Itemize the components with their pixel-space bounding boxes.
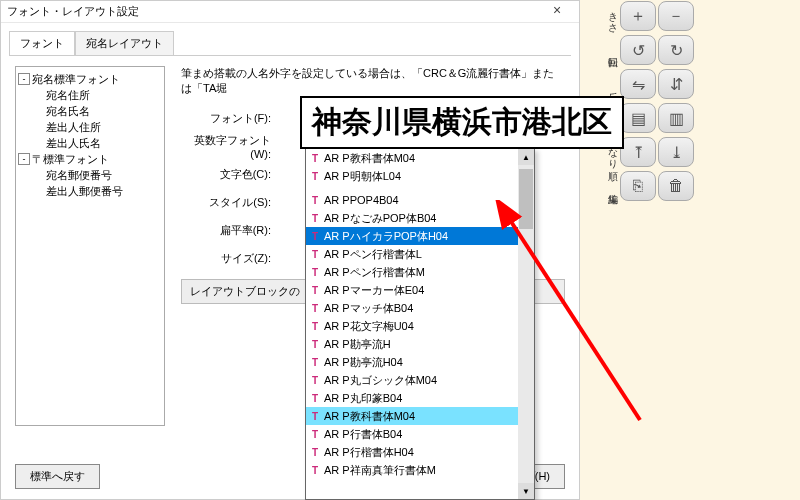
font-dropdown-list[interactable]: TAR P教科書体M04TAR P明朝体L04TAR PPOP4B04TAR P… <box>305 148 535 500</box>
tree-item[interactable]: 差出人郵便番号 <box>18 183 162 199</box>
font-name: AR P行書体B04 <box>324 427 402 442</box>
font-name: AR PPOP4B04 <box>324 194 399 206</box>
tree-item[interactable]: -宛名標準フォント <box>18 71 162 87</box>
font-name: AR Pペン行楷書体L <box>324 247 422 262</box>
truetype-icon: T <box>308 373 322 387</box>
flatness-label: 扁平率(R): <box>181 223 271 238</box>
minus-icon[interactable]: － <box>658 1 694 31</box>
font-name: AR P勘亭流H <box>324 337 391 352</box>
truetype-icon: T <box>308 283 322 297</box>
tool-group-label: きさ <box>605 5 619 27</box>
restore-default-button[interactable]: 標準へ戻す <box>15 464 100 489</box>
tool-group: なり順⤒⤓ <box>605 136 735 168</box>
font-name: AR Pマッチ体B04 <box>324 301 413 316</box>
truetype-icon: T <box>308 169 322 183</box>
font-name: AR P明朝体L04 <box>324 169 401 184</box>
tree-label: 宛名氏名 <box>46 104 90 119</box>
tree-item[interactable]: 差出人氏名 <box>18 135 162 151</box>
font-item[interactable]: TAR P花文字梅U04 <box>306 317 518 335</box>
font-item[interactable]: TAR P丸ゴシック体M04 <box>306 371 518 389</box>
font-name: AR P教科書体M04 <box>324 409 415 424</box>
font-item[interactable]: TAR PPOP4B04 <box>306 191 518 209</box>
font-name: AR PなごみPOP体B04 <box>324 211 436 226</box>
truetype-icon: T <box>308 391 322 405</box>
plus-icon[interactable]: ＋ <box>620 1 656 31</box>
tool-group: 編集⎘🗑 <box>605 170 735 202</box>
hint-text: 筆まめ搭載の人名外字を設定している場合は、「CRC＆G流麗行書体」または「TA堀 <box>181 66 565 97</box>
close-button[interactable]: × <box>541 2 573 22</box>
scroll-down-button[interactable]: ▼ <box>518 483 534 499</box>
truetype-icon: T <box>308 445 322 459</box>
layer-back-icon[interactable]: ▥ <box>658 103 694 133</box>
flip-h-icon[interactable]: ⇋ <box>620 69 656 99</box>
font-item[interactable]: TAR P丸印篆B04 <box>306 389 518 407</box>
font-name: AR P勘亭流H04 <box>324 355 403 370</box>
scrollbar[interactable]: ▲ ▼ <box>518 149 534 499</box>
send-back-icon[interactable]: ⤓ <box>658 137 694 167</box>
truetype-icon: T <box>308 247 322 261</box>
truetype-icon: T <box>308 151 322 165</box>
tree-item[interactable]: 差出人住所 <box>18 119 162 135</box>
tree-item[interactable]: 宛名氏名 <box>18 103 162 119</box>
font-name: AR Pマーカー体E04 <box>324 283 424 298</box>
tree-item[interactable]: -〒標準フォント <box>18 151 162 167</box>
truetype-icon: T <box>308 319 322 333</box>
tree-toggle[interactable]: - <box>18 73 30 85</box>
truetype-icon: T <box>308 427 322 441</box>
font-item[interactable]: TAR P教科書体M04 <box>306 149 518 167</box>
bring-front-icon[interactable]: ⤒ <box>620 137 656 167</box>
tree-label: 〒標準フォント <box>32 152 109 167</box>
font-item[interactable]: TAR P祥南真筆行書体M <box>306 461 518 479</box>
font-name: AR P教科書体M04 <box>324 151 415 166</box>
tree-toggle[interactable]: - <box>18 153 30 165</box>
font-name: AR P丸印篆B04 <box>324 391 402 406</box>
trash-icon[interactable]: 🗑 <box>658 171 694 201</box>
alnum-font-label: 英数字フォント(W): <box>181 133 271 160</box>
font-item[interactable]: TAR Pペン行楷書体L <box>306 245 518 263</box>
tab-font[interactable]: フォント <box>9 31 75 55</box>
dialog-titlebar: フォント・レイアウト設定 × <box>1 1 579 23</box>
tool-group: 反⇋⇵ <box>605 68 735 100</box>
font-item[interactable]: TAR Pペン行楷書体M <box>306 263 518 281</box>
tree-label: 宛名標準フォント <box>32 72 120 87</box>
font-item[interactable]: TAR P勘亭流H04 <box>306 353 518 371</box>
font-item[interactable]: TAR P明朝体L04 <box>306 167 518 185</box>
tree-label: 差出人住所 <box>46 120 101 135</box>
tab-addressee-layout[interactable]: 宛名レイアウト <box>75 31 174 55</box>
font-item[interactable]: TAR Pマッチ体B04 <box>306 299 518 317</box>
font-name: AR P花文字梅U04 <box>324 319 414 334</box>
address-preview: 神奈川県横浜市港北区 <box>300 96 624 149</box>
font-label: フォント(F): <box>181 111 271 126</box>
tree-label: 差出人郵便番号 <box>46 184 123 199</box>
truetype-icon: T <box>308 301 322 315</box>
font-item[interactable]: TAR Pマーカー体E04 <box>306 281 518 299</box>
copy-icon[interactable]: ⎘ <box>620 171 656 201</box>
style-label: スタイル(S): <box>181 195 271 210</box>
font-name: AR P行楷書体H04 <box>324 445 414 460</box>
layer-front-icon[interactable]: ▤ <box>620 103 656 133</box>
font-item[interactable]: TAR P勘亭流H <box>306 335 518 353</box>
font-item[interactable]: TAR P行書体B04 <box>306 425 518 443</box>
size-label: サイズ(Z): <box>181 251 271 266</box>
tabs: フォント 宛名レイアウト <box>1 23 579 55</box>
font-item[interactable]: TAR P教科書体M04 <box>306 407 518 425</box>
truetype-icon: T <box>308 463 322 477</box>
truetype-icon: T <box>308 265 322 279</box>
scroll-thumb[interactable] <box>519 169 533 229</box>
rotate-cw-icon[interactable]: ↻ <box>658 35 694 65</box>
font-name: AR PハイカラPOP体H04 <box>324 229 448 244</box>
tree-label: 宛名郵便番号 <box>46 168 112 183</box>
truetype-icon: T <box>308 355 322 369</box>
truetype-icon: T <box>308 409 322 423</box>
dialog-title: フォント・レイアウト設定 <box>7 4 541 19</box>
font-tree[interactable]: -宛名標準フォント宛名住所宛名氏名差出人住所差出人氏名-〒標準フォント宛名郵便番… <box>15 66 165 426</box>
tree-item[interactable]: 宛名郵便番号 <box>18 167 162 183</box>
flip-v-icon[interactable]: ⇵ <box>658 69 694 99</box>
font-item[interactable]: TAR PなごみPOP体B04 <box>306 209 518 227</box>
font-name: AR P丸ゴシック体M04 <box>324 373 437 388</box>
rotate-ccw-icon[interactable]: ↺ <box>620 35 656 65</box>
font-item[interactable]: TAR P行楷書体H04 <box>306 443 518 461</box>
scroll-up-button[interactable]: ▲ <box>518 149 534 165</box>
tree-item[interactable]: 宛名住所 <box>18 87 162 103</box>
font-item[interactable]: TAR PハイカラPOP体H04 <box>306 227 518 245</box>
